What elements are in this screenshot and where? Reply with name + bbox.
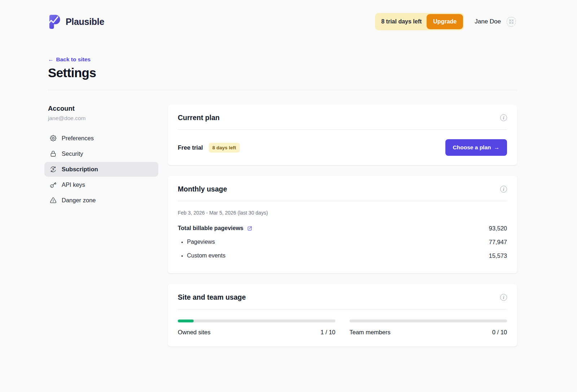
bullet: [181, 242, 183, 243]
back-to-sites-link[interactable]: ← Back to sites: [48, 56, 91, 63]
sidebar-item-api-keys[interactable]: API keys: [44, 177, 158, 192]
trial-days-text: 8 trial days left: [381, 18, 422, 25]
choose-plan-label: Choose a plan: [453, 144, 491, 151]
site-team-usage-card: Site and team usage i Owned sites 1 / 10: [168, 284, 517, 347]
meter-label: Owned sites: [178, 329, 211, 336]
usage-row-value: 93,520: [489, 225, 507, 232]
sidebar-item-label: Security: [62, 150, 83, 157]
sidebar-section-title: Account: [48, 105, 158, 113]
days-left-badge: 8 days left: [209, 143, 240, 153]
plausible-logo-icon: [48, 14, 62, 30]
usage-period: Feb 3, 2026 - Mar 5, 2026 (last 30 days): [178, 210, 507, 216]
topbar: Plausible 8 trial days left Upgrade Jane…: [48, 13, 517, 30]
sidebar-item-danger-zone[interactable]: Danger zone: [44, 193, 158, 208]
back-link-label: Back to sites: [56, 56, 91, 63]
sidebar-item-label: Danger zone: [62, 197, 96, 204]
meter-value: 0 / 10: [492, 329, 507, 336]
sidebar-nav: Preferences Security: [44, 131, 158, 208]
bullet: [181, 255, 183, 257]
page: Plausible 8 trial days left Upgrade Jane…: [48, 13, 517, 357]
user-name: Jane Doe: [475, 18, 501, 25]
key-icon: [49, 181, 57, 189]
dollar-refresh-icon: $: [49, 166, 57, 173]
settings-main: Current plan i Free trial 8 days left Ch…: [168, 105, 517, 357]
brand-name: Plausible: [66, 17, 104, 27]
card-title: Monthly usage: [178, 185, 227, 193]
card-title: Site and team usage: [178, 293, 246, 301]
usage-row-pageviews: Pageviews 77,947: [178, 235, 507, 249]
usage-row-label: Total billable pageviews: [178, 225, 243, 232]
sidebar-item-label: Preferences: [62, 135, 94, 142]
info-icon[interactable]: i: [500, 186, 507, 193]
arrow-right-icon: →: [494, 144, 500, 151]
account-email: jane@doe.com: [48, 115, 158, 122]
progress-track: [349, 320, 507, 322]
meter-value: 1 / 10: [321, 329, 335, 336]
progress-track: [178, 320, 335, 322]
usage-row-label: Custom events: [187, 252, 226, 259]
warning-triangle-icon: [49, 197, 57, 204]
external-link-icon[interactable]: [247, 225, 253, 232]
svg-text:$: $: [52, 167, 54, 171]
card-title: Current plan: [178, 114, 220, 122]
current-plan-card: Current plan i Free trial 8 days left Ch…: [168, 105, 517, 165]
gear-icon: [49, 135, 57, 142]
choose-plan-button[interactable]: Choose a plan →: [445, 139, 507, 156]
lock-icon: [49, 150, 57, 158]
progress-fill: [178, 320, 194, 322]
info-icon[interactable]: i: [500, 114, 507, 121]
sidebar-item-security[interactable]: Security: [44, 146, 158, 161]
usage-row-custom-events: Custom events 15,573: [178, 249, 507, 263]
page-divider: [48, 90, 517, 90]
topbar-right: 8 trial days left Upgrade Jane Doe: [375, 13, 517, 30]
usage-row-value: 15,573: [489, 252, 507, 259]
upgrade-button[interactable]: Upgrade: [427, 14, 463, 29]
settings-sidebar: Account jane@doe.com Preferences: [48, 105, 158, 208]
info-icon[interactable]: i: [500, 294, 507, 301]
brand: Plausible: [48, 14, 104, 30]
sidebar-item-preferences[interactable]: Preferences: [44, 131, 158, 146]
sidebar-item-subscription[interactable]: $ Subscription: [44, 162, 158, 177]
sidebar-item-label: API keys: [62, 181, 85, 188]
sidebar-item-label: Subscription: [62, 166, 98, 173]
page-title: Settings: [48, 66, 517, 80]
avatar: [505, 16, 517, 28]
trial-banner: 8 trial days left Upgrade: [375, 13, 464, 30]
plan-name: Free trial: [178, 144, 203, 151]
usage-row-total: Total billable pageviews 93,520: [178, 221, 507, 235]
usage-row-label: Pageviews: [187, 239, 215, 245]
user-menu[interactable]: Jane Doe: [475, 16, 517, 28]
monthly-usage-card: Monthly usage i Feb 3, 2026 - Mar 5, 202…: [168, 176, 517, 273]
owned-sites-meter: Owned sites 1 / 10: [178, 320, 335, 336]
usage-row-value: 77,947: [489, 239, 507, 246]
team-members-meter: Team members 0 / 10: [349, 320, 507, 336]
back-arrow-icon: ←: [48, 56, 54, 63]
meter-label: Team members: [349, 329, 391, 336]
